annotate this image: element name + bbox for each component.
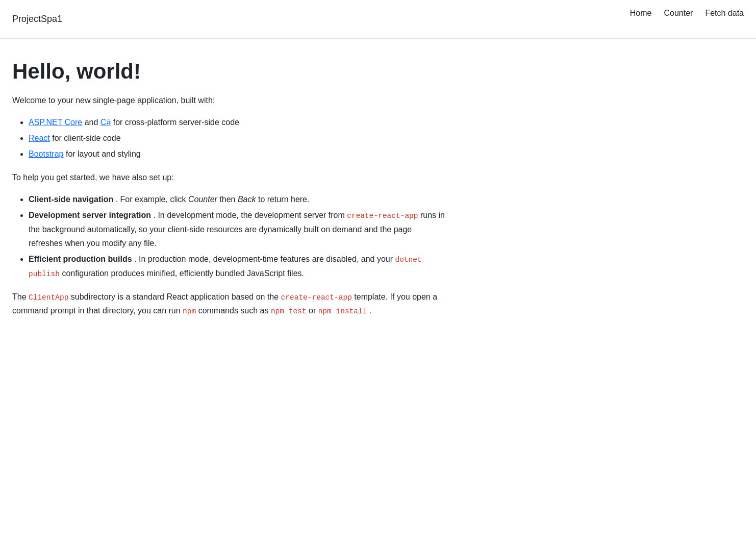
link-aspnet[interactable]: ASP.NET Core: [29, 118, 82, 127]
list-item-navigation: Client-side navigation . For example, cl…: [29, 192, 447, 206]
setup-intro: To help you get started, we have also se…: [12, 171, 447, 184]
list-item-bootstrap: Bootstrap for layout and styling: [29, 147, 447, 161]
list-item-aspnet: ASP.NET Core and C# for cross-platform s…: [29, 115, 447, 129]
navbar: ProjectSpa1 Home Counter Fetch data: [0, 0, 756, 39]
tech-list: ASP.NET Core and C# for cross-platform s…: [12, 115, 447, 161]
list-item-devserver: Development server integration . In deve…: [29, 208, 447, 250]
page-heading: Hello, world!: [12, 59, 447, 84]
nav-item-fetchdata[interactable]: Fetch data: [705, 6, 744, 20]
navbar-brand[interactable]: ProjectSpa1: [12, 14, 62, 24]
link-react[interactable]: React: [29, 134, 50, 142]
list-item-production: Efficient production builds . In product…: [29, 252, 447, 280]
intro-paragraph: Welcome to your new single-page applicat…: [12, 94, 447, 107]
nav-item-counter[interactable]: Counter: [664, 6, 693, 20]
main-content: Hello, world! Welcome to your new single…: [0, 39, 459, 346]
features-list: Client-side navigation . For example, cl…: [12, 192, 447, 280]
list-item-react: React for client-side code: [29, 131, 447, 145]
nav-link-fetchdata[interactable]: Fetch data: [705, 9, 744, 17]
link-csharp[interactable]: C#: [100, 118, 111, 127]
nav-link-home[interactable]: Home: [630, 9, 652, 17]
footer-paragraph: The ClientApp subdirectory is a standard…: [12, 290, 447, 317]
link-bootstrap[interactable]: Bootstrap: [29, 150, 63, 158]
navbar-nav: Home Counter Fetch data: [614, 6, 744, 22]
nav-item-home[interactable]: Home: [630, 6, 652, 20]
nav-link-counter[interactable]: Counter: [664, 9, 693, 17]
